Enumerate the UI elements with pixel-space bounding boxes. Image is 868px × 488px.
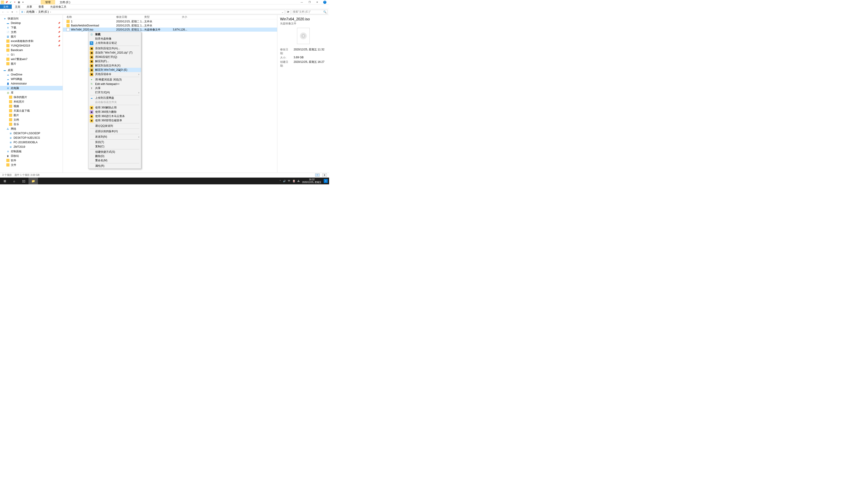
col-date[interactable]: 修改日期 [116, 15, 144, 19]
ctx-extract-here[interactable]: ▣解压到当前文件夹(X) [88, 64, 141, 68]
ctx-delete[interactable]: 删除(D) [88, 154, 141, 158]
tree-thispc[interactable]: 🖥此电脑 [0, 86, 63, 90]
ribbon-file-tab[interactable]: 文件 [0, 4, 12, 9]
search-icon[interactable]: 🔍 [323, 10, 327, 13]
tree-desktop[interactable]: ▬Desktop📌 [0, 21, 63, 25]
crumb-thispc[interactable]: 此电脑 [26, 10, 35, 14]
tree-item[interactable]: ⛁G:\ [0, 53, 63, 57]
ctx-extract-to[interactable]: ▣解压到(F)... [88, 59, 141, 64]
tree-quick-access[interactable]: ★快速访问 [0, 16, 63, 21]
qat-check-icon[interactable]: ✔ [9, 1, 12, 4]
taskbar-search-button[interactable]: ⌕ [9, 177, 19, 184]
start-button[interactable]: ⊞ [0, 177, 9, 184]
ctx-other-zip[interactable]: ▣其他压缩命令› [88, 72, 141, 76]
ctx-restore-previous[interactable]: 还原以前的版本(V) [88, 129, 141, 133]
col-type[interactable]: 类型 [144, 15, 167, 19]
minimize-button[interactable]: — [300, 1, 303, 4]
ctx-share[interactable]: ⇪共享 [88, 86, 141, 90]
tray-volume-icon[interactable]: 🔊 [283, 180, 286, 182]
tree-item[interactable]: 视频 [0, 104, 63, 108]
ctx-add-archive[interactable]: ▣添加到压缩文件(A)... [88, 46, 141, 51]
tray-network-icon[interactable]: 🖧 [298, 180, 300, 182]
ctx-open-with[interactable]: 打开方式(H)› [88, 90, 141, 95]
tree-item[interactable]: Bandicam [0, 48, 63, 53]
ctx-create-shortcut[interactable]: 创建快捷方式(S) [88, 150, 141, 154]
tree-item[interactable]: 🖥ZMT2019 [0, 144, 63, 149]
chevron-right-icon[interactable]: › [36, 10, 37, 13]
col-name[interactable]: 名称 [66, 15, 116, 19]
tree-item[interactable]: 音乐 [0, 122, 63, 127]
ctx-cut[interactable]: 剪切(T) [88, 140, 141, 144]
ctx-add-zip[interactable]: ▣添加到 "Win7x64_2020.zip" (T) [88, 51, 141, 55]
breadcrumb-dropdown-icon[interactable]: ⌄ [281, 10, 284, 13]
ribbon-disc-tools-tab[interactable]: 光盘映像工具 [47, 4, 70, 9]
ctx-burn[interactable]: 刻录光盘映像 [88, 37, 141, 41]
qat-close-icon[interactable]: ✕ [13, 1, 16, 4]
ctx-notepad-plus[interactable]: NEdit with Notepad++ [88, 82, 141, 86]
ribbon-home-tab[interactable]: 主页 [12, 4, 24, 9]
tray-ime-mode-icon[interactable]: 🀄 [292, 180, 295, 182]
tree-item[interactable]: 保存的图片 [0, 95, 63, 99]
ctx-properties[interactable]: 属性(R) [88, 164, 141, 168]
refresh-button[interactable]: ⟳ [286, 10, 291, 14]
ctx-rename[interactable]: 重命名(M) [88, 158, 141, 163]
ctx-copy[interactable]: 复制(C) [88, 144, 141, 149]
ctx-extract-named[interactable]: ▣解压到 Win7x64_2020\ (E) [88, 68, 141, 72]
ctx-mount[interactable]: 💿装载 [88, 32, 141, 37]
tree-item[interactable]: 图片 [0, 61, 63, 66]
ctx-360-unlock[interactable]: ◉使用 360解除占用 [88, 105, 141, 110]
tree-network[interactable]: 🖧网络 [0, 127, 63, 131]
view-details-button[interactable]: ≡ [315, 173, 320, 177]
tree-item[interactable]: YUNQISHI2019📌 [0, 43, 63, 48]
tree-user[interactable]: 👤Administrator [0, 81, 63, 86]
tray-ime-icon[interactable]: 中 [288, 180, 290, 183]
tree-recycle[interactable]: 🗑回收站 [0, 154, 63, 158]
ctx-send-to[interactable]: 发送到(N)› [88, 135, 141, 139]
help-icon[interactable]: ? [323, 1, 327, 4]
qat-pin-icon[interactable]: 📌 [5, 1, 8, 4]
tree-pictures[interactable]: 🖼图片📌 [0, 34, 63, 39]
ribbon-share-tab[interactable]: 共享 [24, 4, 35, 9]
tree-downloads[interactable]: ⬇下载📌 [0, 25, 63, 30]
tree-item[interactable]: 软件 [0, 158, 63, 163]
chevron-right-icon[interactable]: › [50, 10, 51, 13]
tree-item[interactable]: excel表格制作求和📌 [0, 39, 63, 43]
tree-libraries[interactable]: ▥库 [0, 90, 63, 95]
nav-back-button[interactable]: ← [1, 10, 5, 14]
search-input[interactable]: 搜索"文档 (E:)" 🔍 [291, 10, 328, 14]
ctx-open-360zip[interactable]: ▣用360压缩打开(Q) [88, 55, 141, 59]
tree-control-panel[interactable]: ⚙控制面板 [0, 149, 63, 154]
tree-item[interactable]: 🖥PC-20190530OBLA [0, 140, 63, 144]
tree-wps[interactable]: ☁WPS网盘 [0, 77, 63, 81]
nav-up-button[interactable]: ↑ [15, 10, 19, 14]
maximize-button[interactable]: ❐ [308, 1, 311, 4]
tree-item[interactable]: 天翼云盘下载 [0, 108, 63, 113]
view-icons-button[interactable]: ▦ [322, 173, 327, 177]
task-view-button[interactable]: ▯▯ [19, 177, 29, 184]
taskbar-clock[interactable]: 16:32 2020/12/25, 星期五 [302, 178, 321, 184]
tree-item[interactable]: 🖥DESKTOP-LSSOEDP [0, 131, 63, 135]
tree-item[interactable]: 文件 [0, 163, 63, 167]
crumb-current[interactable]: 文档 (E:) [37, 10, 50, 14]
tree-item[interactable]: win7重装win7 [0, 57, 63, 61]
file-row[interactable]: BaiduNetdiskDownload 2020/12/25, 星期五 1..… [63, 24, 277, 28]
ctx-honey-browser[interactable]: ✦用 蜂蜜浏览器 浏览(3) [88, 77, 141, 82]
tree-item[interactable]: 文档 [0, 118, 63, 122]
qat-dropdown-icon[interactable]: ▾ [21, 1, 24, 4]
file-row[interactable]: 1 2020/12/15, 星期二 1... 文件夹 [63, 20, 277, 24]
ctx-360-manage-menu[interactable]: ◉使用 360管理右键菜单 [88, 119, 141, 123]
chevron-right-icon[interactable]: › [24, 10, 25, 13]
close-button[interactable]: ✕ [315, 1, 319, 4]
action-center-button[interactable]: 3 [324, 179, 328, 183]
qat-newfolder-icon[interactable]: ▦ [17, 1, 20, 4]
ctx-360-force-delete[interactable]: ◉使用 360强力删除 [88, 110, 141, 114]
ribbon-context-tab[interactable]: 管理 [41, 0, 55, 4]
tree-item[interactable]: 图片 [0, 113, 63, 118]
ctx-360-trojan-scan[interactable]: ◉使用 360进行木马云查杀 [88, 114, 141, 119]
tree-documents[interactable]: 📄文档📌 [0, 30, 63, 34]
nav-recent-button[interactable]: ▾ [10, 10, 14, 14]
file-row-selected[interactable]: Win7x64_2020.iso 2020/12/25, 星期五 1... 光盘… [63, 28, 277, 32]
ctx-baidu-upload[interactable]: ☁上传到百度网盘 [88, 96, 141, 100]
tree-onedrive[interactable]: ☁OneDrive [0, 72, 63, 77]
nav-fwd-button[interactable]: → [6, 10, 9, 14]
